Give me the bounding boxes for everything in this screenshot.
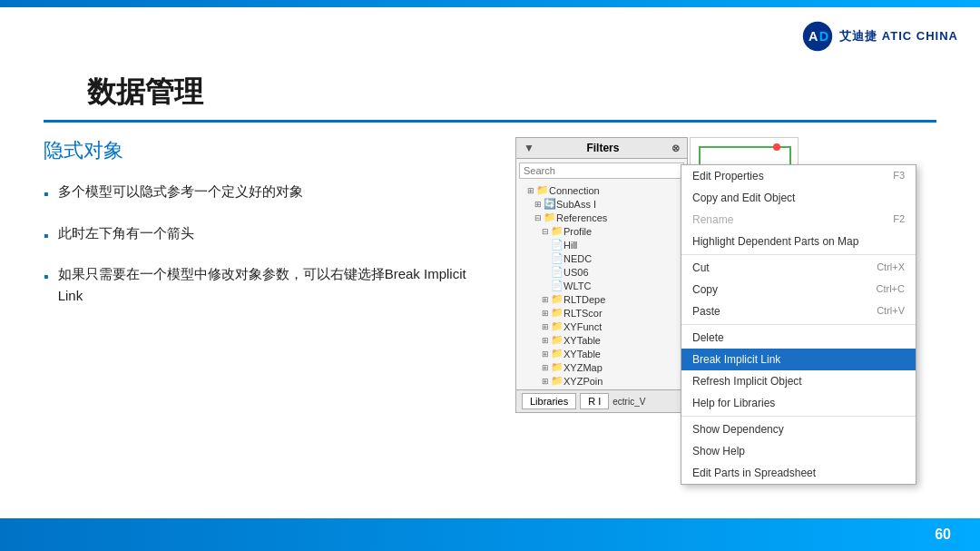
menu-item-shortcut: F3: [893, 170, 905, 182]
tree-label: NEDC: [564, 253, 592, 264]
filters-search-input[interactable]: [519, 162, 684, 179]
tree-item[interactable]: 📄 WLTC: [520, 279, 683, 292]
menu-item-shortcut: Ctrl+V: [877, 305, 905, 318]
doc-icon: 🔄: [544, 198, 556, 210]
context-menu-item-5[interactable]: CopyCtrl+C: [681, 279, 916, 300]
tree-item[interactable]: ⊞ 📁 XYTable: [520, 333, 683, 347]
tree-label: References: [556, 212, 607, 223]
filters-icon: ▼: [524, 142, 534, 154]
filters-tree: ⊞ 📁 Connection ⊞ 🔄 SubAss I ⊟ 📁 Referenc…: [516, 182, 687, 389]
page-title-section: 数据管理: [44, 69, 936, 123]
svg-point-6: [773, 143, 780, 151]
menu-item-label: Highlight Dependent Parts on Map: [692, 235, 858, 248]
tree-item[interactable]: ⊞ 📁 XYTable: [520, 347, 683, 360]
menu-item-shortcut: F2: [893, 213, 905, 226]
main-content: 隐式对象 多个模型可以隐式参考一个定义好的对象 此时左下角有一个箭头 如果只需要…: [0, 123, 980, 413]
context-menu-item-1[interactable]: Copy and Edit Object: [681, 187, 916, 209]
expand-icon: ⊞: [534, 200, 542, 209]
context-menu-item-13[interactable]: Edit Parts in Spreadsheet: [681, 462, 916, 484]
bullet-item-3: 如果只需要在一个模型中修改对象参数，可以右键选择Break Implicit L…: [44, 263, 479, 307]
tree-item[interactable]: ⊟ 📁 References: [520, 211, 683, 224]
context-menu-item-3[interactable]: Highlight Dependent Parts on Map: [681, 231, 916, 252]
context-menu-item-9[interactable]: Refresh Implicit Object: [681, 370, 916, 392]
menu-item-label: Edit Properties: [692, 170, 764, 182]
logo-area: A D 艾迪捷 ATIC CHINA: [801, 20, 958, 53]
doc-icon: 📄: [551, 252, 564, 264]
context-menu-item-12[interactable]: Show Help: [681, 440, 916, 462]
folder-icon: 📁: [551, 320, 564, 332]
left-column: 隐式对象 多个模型可以隐式参考一个定义好的对象 此时左下角有一个箭头 如果只需要…: [44, 137, 479, 413]
tree-label: US06: [564, 267, 589, 278]
tree-label: WLTC: [564, 280, 591, 291]
libraries-tab[interactable]: Libraries: [522, 393, 576, 409]
context-menu-item-2: RenameF2: [681, 209, 916, 231]
ri-tab[interactable]: R I: [580, 393, 609, 409]
expand-icon: ⊞: [542, 295, 549, 304]
tree-item[interactable]: ⊞ 🔄 SubAss I: [520, 197, 683, 211]
tree-item[interactable]: ⊞ 📁 XYZPoin: [520, 374, 683, 388]
menu-item-label: Show Dependency: [692, 423, 784, 436]
context-menu-item-11[interactable]: Show Dependency: [681, 418, 916, 440]
screenshot-wrapper: ▼ Filters ⊗ ⊞ 📁 Connection ⊞ �: [515, 137, 936, 413]
filters-header: ▼ Filters ⊗: [516, 138, 687, 159]
tree-item[interactable]: ⊞ 📁 RLTDepe: [520, 292, 683, 306]
tree-label: XYFunct: [564, 321, 602, 332]
page-title: 数据管理: [87, 73, 893, 113]
menu-item-label: Show Help: [692, 445, 745, 458]
header: A D 艾迪捷 ATIC CHINA: [0, 7, 980, 58]
menu-item-label: Edit Parts in Spreadsheet: [692, 467, 816, 479]
right-column: ▼ Filters ⊗ ⊞ 📁 Connection ⊞ �: [515, 137, 936, 413]
filters-title: Filters: [586, 142, 619, 154]
bottom-bar: Libraries R I ectric_V: [516, 389, 687, 412]
svg-text:D: D: [819, 29, 828, 44]
context-menu-item-10[interactable]: Help for Libraries: [681, 392, 916, 414]
tree-label: Hill: [564, 240, 577, 251]
tree-item[interactable]: ⊟ 📁 Profile: [520, 224, 683, 238]
title-area: 数据管理: [0, 58, 980, 123]
expand-icon: ⊞: [527, 186, 534, 195]
folder-icon: 📁: [551, 375, 564, 387]
context-menu-item-4[interactable]: CutCtrl+X: [681, 257, 916, 279]
expand-icon: ⊞: [542, 309, 549, 318]
logo-text: 艾迪捷 ATIC CHINA: [839, 28, 958, 44]
menu-item-shortcut: Ctrl+X: [877, 261, 905, 274]
context-menu: Edit PropertiesF3Copy and Edit ObjectRen…: [681, 164, 916, 485]
expand-icon: ⊟: [542, 227, 549, 236]
folder-icon: 📁: [551, 361, 564, 373]
bullet-item-2: 此时左下角有一个箭头: [44, 222, 479, 248]
filters-collapse-icon[interactable]: ⊗: [671, 143, 680, 154]
folder-icon: 📁: [551, 293, 564, 305]
tree-label: Connection: [549, 185, 600, 196]
tree-label: XYTable: [564, 349, 601, 359]
expand-icon: ⊟: [534, 213, 542, 222]
tree-item[interactable]: ⊞ 📁 Connection: [520, 183, 683, 197]
tree-label: Profile: [564, 226, 592, 237]
tree-item[interactable]: ⊞ 📁 XYZMap: [520, 360, 683, 374]
context-menu-item-7[interactable]: Delete: [681, 327, 916, 349]
menu-separator: [681, 254, 916, 255]
tree-item[interactable]: ⊞ 📁 XYFunct: [520, 320, 683, 333]
expand-icon: ⊞: [542, 377, 549, 386]
filters-panel: ▼ Filters ⊗ ⊞ 📁 Connection ⊞ �: [515, 137, 688, 413]
menu-item-label: Copy and Edit Object: [692, 192, 795, 204]
menu-item-label: Paste: [692, 305, 720, 318]
expand-icon: ⊞: [542, 363, 549, 372]
context-menu-item-8[interactable]: Break Implicit Link: [681, 349, 916, 370]
context-menu-item-6[interactable]: PasteCtrl+V: [681, 300, 916, 322]
menu-item-label: Delete: [692, 331, 724, 344]
menu-item-label: Copy: [692, 283, 718, 296]
menu-item-label: Cut: [692, 261, 710, 274]
folder-icon: 📁: [551, 225, 564, 237]
tree-item[interactable]: 📄 Hill: [520, 238, 683, 251]
bottom-text: ectric_V: [612, 397, 645, 407]
folder-icon: 📁: [551, 307, 564, 319]
context-menu-item-0[interactable]: Edit PropertiesF3: [681, 165, 916, 187]
tree-label: RLTScor: [564, 308, 603, 319]
tree-label: SubAss I: [556, 199, 596, 210]
tree-item[interactable]: 📄 NEDC: [520, 251, 683, 265]
logo-icon: A D: [801, 20, 834, 53]
svg-text:A: A: [808, 29, 818, 44]
tree-item[interactable]: ⊞ 📁 RLTScor: [520, 306, 683, 320]
menu-item-label: Break Implicit Link: [692, 353, 780, 366]
tree-item[interactable]: 📄 US06: [520, 265, 683, 279]
